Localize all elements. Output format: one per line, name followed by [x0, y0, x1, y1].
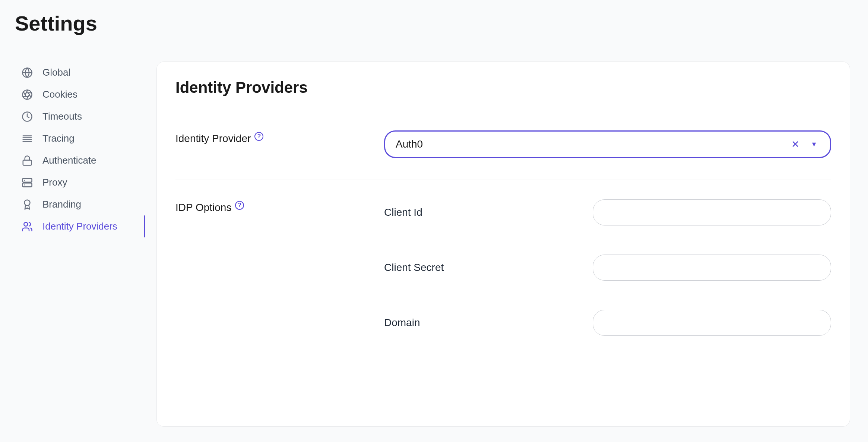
panel-body: Identity Provider ? Auth0 ✕ ▼ IDP Option… — [157, 111, 850, 357]
close-icon[interactable]: ✕ — [789, 137, 802, 151]
chevron-down-icon[interactable]: ▼ — [808, 138, 820, 151]
section-identity-provider: Identity Provider ? Auth0 ✕ ▼ — [175, 111, 831, 180]
page-title: Settings — [0, 0, 868, 35]
section-label: IDP Options ? — [175, 199, 384, 214]
panel-header: Identity Providers — [157, 62, 850, 111]
clock-icon — [22, 111, 33, 122]
sidebar-item-proxy[interactable]: Proxy — [22, 171, 156, 193]
client-secret-input[interactable] — [593, 255, 831, 281]
field-client-id: Client Id — [384, 199, 831, 225]
sidebar: Global Cookies Timeouts Tracing Authenti — [0, 61, 156, 427]
sidebar-item-label: Branding — [42, 199, 81, 210]
section-idp-options: IDP Options ? Client Id Client Secret Do… — [175, 180, 831, 357]
section-content: Client Id Client Secret Domain — [384, 199, 831, 336]
sidebar-item-label: Global — [42, 67, 70, 78]
select-value: Auth0 — [396, 138, 789, 150]
sidebar-item-branding[interactable]: Branding — [22, 193, 156, 215]
svg-rect-14 — [23, 160, 32, 165]
sidebar-item-label: Tracing — [42, 133, 75, 144]
svg-point-20 — [24, 222, 28, 226]
select-actions: ✕ ▼ — [789, 137, 820, 151]
users-icon — [22, 221, 33, 232]
panel-title: Identity Providers — [175, 79, 831, 97]
lines-icon — [22, 133, 33, 144]
aperture-icon — [22, 89, 33, 100]
globe-icon — [22, 67, 33, 78]
sidebar-item-label: Cookies — [42, 89, 77, 100]
sidebar-item-label: Proxy — [42, 177, 67, 188]
identity-provider-label: Identity Provider — [175, 133, 251, 145]
sidebar-item-label: Identity Providers — [42, 221, 117, 232]
help-icon[interactable]: ? — [254, 132, 263, 141]
domain-input[interactable] — [593, 310, 831, 336]
section-content: Auth0 ✕ ▼ — [384, 130, 831, 158]
sidebar-item-authenticate[interactable]: Authenticate — [22, 149, 156, 171]
server-icon — [22, 177, 33, 188]
lock-icon — [22, 155, 33, 166]
field-label: Client Secret — [384, 262, 593, 274]
sidebar-item-label: Authenticate — [42, 155, 96, 166]
sidebar-item-global[interactable]: Global — [22, 61, 156, 83]
identity-provider-select[interactable]: Auth0 ✕ ▼ — [384, 130, 831, 158]
section-label: Identity Provider ? — [175, 130, 384, 145]
sidebar-item-timeouts[interactable]: Timeouts — [22, 105, 156, 127]
field-domain: Domain — [384, 310, 831, 336]
field-label: Client Id — [384, 206, 593, 218]
client-id-input[interactable] — [593, 199, 831, 225]
sidebar-item-label: Timeouts — [42, 111, 82, 122]
help-icon[interactable]: ? — [235, 201, 244, 210]
sidebar-item-cookies[interactable]: Cookies — [22, 83, 156, 105]
field-label: Domain — [384, 317, 593, 329]
sidebar-item-identity-providers[interactable]: Identity Providers — [22, 215, 156, 237]
main-panel: Identity Providers Identity Provider ? A… — [156, 61, 850, 427]
sidebar-item-tracing[interactable]: Tracing — [22, 127, 156, 149]
field-client-secret: Client Secret — [384, 255, 831, 281]
layout: Global Cookies Timeouts Tracing Authenti — [0, 61, 868, 427]
badge-icon — [22, 199, 33, 210]
idp-options-label: IDP Options — [175, 202, 231, 214]
svg-point-19 — [25, 200, 30, 205]
